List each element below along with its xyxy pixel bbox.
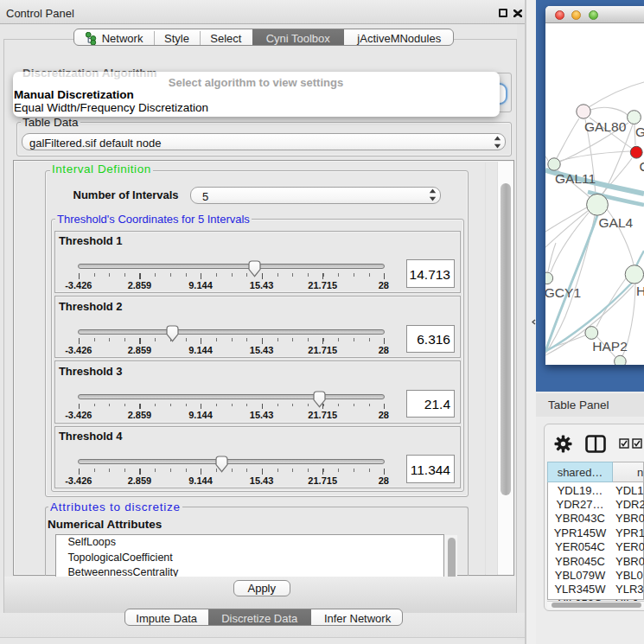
svg-text:GAL80: GAL80: [584, 119, 627, 134]
svg-text:H: H: [636, 284, 644, 298]
svg-text:C: C: [640, 159, 644, 174]
svg-text:HAP2: HAP2: [592, 339, 628, 354]
svg-text:GCY1: GCY1: [545, 285, 581, 300]
svg-text:GAL11: GAL11: [555, 171, 596, 186]
svg-text:G.: G.: [635, 124, 644, 139]
svg-text:GAL4: GAL4: [599, 215, 634, 230]
